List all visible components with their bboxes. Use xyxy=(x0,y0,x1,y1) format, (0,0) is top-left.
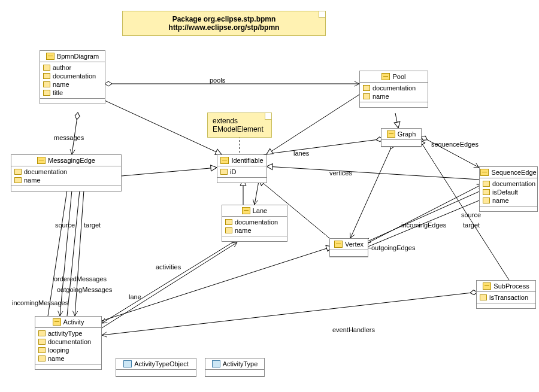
class-subprocess[interactable]: SubProcess isTransaction xyxy=(476,280,536,309)
class-bpmndiagram[interactable]: BpmnDiagram author documentation name ti… xyxy=(40,50,105,104)
attr-icon xyxy=(43,73,50,79)
class-name: Activity xyxy=(63,318,84,326)
attr-label: title xyxy=(53,89,63,96)
class-icon xyxy=(334,241,343,248)
attr-icon xyxy=(14,177,22,183)
attr-label: isDefault xyxy=(492,189,518,196)
class-name: Identifiable xyxy=(231,157,263,164)
attr-icon xyxy=(483,181,490,187)
label-lane: lane xyxy=(129,293,141,300)
extends-note: extends EModelElement xyxy=(207,113,272,138)
class-vertex[interactable]: Vertex xyxy=(329,238,368,257)
attr-label: activityType xyxy=(48,330,82,337)
label-activities: activities xyxy=(156,263,181,271)
class-pool[interactable]: Pool documentation name xyxy=(359,71,428,108)
attr-icon xyxy=(363,93,370,99)
package-line1: Package org.eclipse.stp.bpmn xyxy=(172,15,276,23)
attr-icon xyxy=(483,189,490,195)
class-activitytype[interactable]: ActivityType xyxy=(205,358,265,377)
attr-label: name xyxy=(53,81,69,88)
class-identifiable[interactable]: Identifiable iD xyxy=(217,154,267,183)
attr-label: documentation xyxy=(235,218,278,226)
attr-label: documentation xyxy=(492,180,535,187)
attr-label: documentation xyxy=(373,84,416,92)
attr-label: author xyxy=(53,64,71,71)
class-name: Vertex xyxy=(345,241,364,248)
attr-label: documentation xyxy=(24,168,67,175)
extends-line2: EModelElement xyxy=(213,125,264,133)
label-target-msg: target xyxy=(84,221,101,229)
extends-line1: extends xyxy=(213,117,238,125)
package-line2: http://www.eclipse.org/stp/bpmn xyxy=(169,23,280,32)
class-icon xyxy=(483,282,491,290)
label-incomingedges: incomingEdges xyxy=(401,221,446,229)
label-outgoingmessages: outgoingMessages xyxy=(57,286,112,293)
attr-label: name xyxy=(235,227,252,234)
label-target-seq: target xyxy=(463,221,480,229)
datatype-icon xyxy=(123,360,132,367)
class-icon xyxy=(37,157,46,164)
package-note: Package org.eclipse.stp.bpmn http://www.… xyxy=(122,11,326,36)
attr-label: name xyxy=(24,177,41,184)
attr-icon xyxy=(38,347,46,353)
attr-icon xyxy=(225,227,232,233)
attr-label: name xyxy=(373,93,389,100)
class-name: Graph xyxy=(398,130,416,138)
class-icon xyxy=(242,207,250,214)
class-activity[interactable]: Activity activityType documentation loop… xyxy=(35,316,102,370)
label-outgoingedges: outgoingEdges xyxy=(371,244,415,251)
class-icon xyxy=(387,130,395,138)
class-icon xyxy=(381,73,390,80)
attr-icon xyxy=(38,339,46,345)
label-incomingmessages: incomingMessages xyxy=(12,299,68,306)
class-name: BpmnDiagram xyxy=(57,53,99,60)
attr-label: documentation xyxy=(48,338,91,345)
attr-label: name xyxy=(492,197,509,204)
attr-icon xyxy=(43,90,50,96)
attr-icon xyxy=(225,219,232,225)
class-activitytypeobject[interactable]: ActivityTypeObject xyxy=(116,358,196,377)
class-sequenceedge[interactable]: SequenceEdge documentation isDefault nam… xyxy=(479,166,538,212)
label-source-msg: source xyxy=(55,221,75,229)
attr-icon xyxy=(363,85,370,91)
datatype-icon xyxy=(212,360,220,367)
attr-icon xyxy=(483,197,490,203)
attr-icon xyxy=(38,355,46,361)
attr-label: name xyxy=(48,355,65,362)
label-vertices: vertices xyxy=(329,169,352,177)
class-name: Pool xyxy=(392,73,405,80)
label-orderedmessages: orderedMessages xyxy=(54,275,107,282)
attr-label: isTransaction xyxy=(489,294,528,301)
attr-icon xyxy=(480,294,487,300)
diagram-canvas: Package org.eclipse.stp.bpmn http://www.… xyxy=(0,0,539,392)
label-sequenceedges: sequenceEdges xyxy=(431,141,479,148)
attr-icon xyxy=(43,65,50,71)
label-eventhandlers: eventHandlers xyxy=(332,326,375,333)
class-name: SubProcess xyxy=(493,282,529,290)
class-icon xyxy=(53,318,61,326)
class-graph[interactable]: Graph xyxy=(381,128,422,147)
class-icon xyxy=(46,53,54,60)
attr-label: iD xyxy=(230,168,236,175)
label-lanes: lanes xyxy=(293,150,309,157)
attr-icon xyxy=(38,330,46,336)
label-pools: pools xyxy=(210,77,225,84)
class-name: SequenceEdge xyxy=(491,169,536,176)
class-lane[interactable]: Lane documentation name xyxy=(222,205,287,242)
class-icon xyxy=(220,157,229,164)
label-source-seq: source xyxy=(461,211,481,218)
attr-icon xyxy=(220,169,228,175)
class-name: Lane xyxy=(253,207,267,214)
class-name: ActivityTypeObject xyxy=(134,360,188,367)
attr-icon xyxy=(43,81,50,87)
class-messagingedge[interactable]: MessagingEdge documentation name xyxy=(11,154,122,192)
attr-icon xyxy=(14,169,22,175)
attr-label: documentation xyxy=(53,72,96,80)
class-icon xyxy=(480,169,489,176)
class-name: MessagingEdge xyxy=(48,157,95,164)
attr-label: looping xyxy=(48,347,69,354)
class-name: ActivityType xyxy=(223,360,258,367)
label-messages: messages xyxy=(54,134,84,141)
